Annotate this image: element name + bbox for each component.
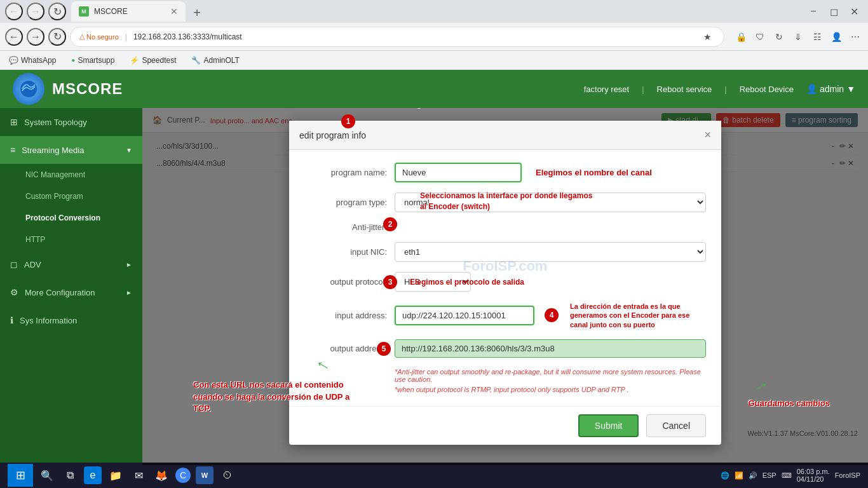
bookmark-speedtest-label: Speedtest [142, 56, 176, 65]
url-display: 192.168.203.136:3333/multicast [133, 32, 242, 41]
sidebar-item-more-config[interactable]: ⚙ More Configuration ► [0, 278, 142, 306]
step2-annotation-text: Seleccionamos la interface por donde lle… [420, 191, 598, 212]
bookmark-speedtest[interactable]: ⚡ Speedtest [126, 55, 180, 66]
taskbar-edge-icon[interactable]: e [84, 466, 102, 484]
program-name-input[interactable] [395, 163, 522, 182]
main-area: 🏠 Current P... Input proto... and AAC en… [142, 108, 868, 465]
shield-icon[interactable]: 🛡 [752, 29, 768, 44]
sidebar-sub-http[interactable]: HTTP [0, 229, 142, 250]
bookmark-whatsapp-label: WhatsApp [21, 56, 56, 65]
sidebar-item-sys-information[interactable]: ℹ Sys Information [0, 306, 142, 334]
sidebar-item-system-topology[interactable]: ⊞ System Topology [0, 108, 142, 136]
new-tab-button[interactable]: + [188, 4, 206, 22]
sys-info-icon: ℹ [10, 315, 13, 325]
input-address-input[interactable] [395, 306, 534, 325]
input-nic-select[interactable]: eth1 eth0 [395, 242, 706, 262]
taskbar-network-icon: 🌐 [721, 471, 729, 480]
active-tab[interactable]: M MSCORE ✕ [71, 1, 186, 22]
tab-favicon: M [79, 6, 89, 17]
taskbar-mail-icon[interactable]: ✉ [130, 466, 147, 484]
admin-menu[interactable]: 👤 admin ▼ [806, 84, 855, 94]
anti-jitter-note: *Anti-jitter can output smoothly and re-… [395, 368, 706, 383]
extensions-icon[interactable]: 🔒 [733, 29, 749, 44]
sidebar-sub-nic-management[interactable]: NIC Management [0, 164, 142, 186]
forward-button[interactable]: → [27, 3, 44, 20]
sidebar-label-more-config: More Configuration [25, 288, 95, 297]
sidebar-sub-protocol-conversion[interactable]: Protocol Conversion [0, 207, 142, 229]
url-input-box[interactable]: △ No seguro | 192.168.203.136:3333/multi… [70, 27, 724, 47]
cancel-button[interactable]: Cancel [646, 414, 706, 437]
bookmark-smartsupp[interactable]: ● Smartsupp [67, 55, 118, 66]
adv-icon: ◻ [10, 259, 18, 269]
taskbar-firefox-icon[interactable]: 🦊 [153, 466, 170, 484]
bookmarks-bar: 💬 WhatsApp ● Smartsupp ⚡ Speedtest 🔧 Adm… [0, 51, 868, 70]
bookmark-adminolt[interactable]: 🔧 AdminOLT [187, 55, 243, 66]
sidebar-item-streaming-media[interactable]: ≡ Streaming Media ▼ [0, 136, 142, 164]
step3-bubble: 3 [383, 275, 397, 289]
speedtest-icon: ⚡ [130, 56, 139, 65]
menu-icon[interactable]: ⋯ [848, 29, 863, 44]
address-bar: ← → ↻ △ No seguro | 192.168.203.136:3333… [0, 23, 868, 51]
input-address-row: input address: 4 La dirección de entrada… [304, 302, 706, 329]
sidebar-sub-custom-program[interactable]: Custom Program [0, 186, 142, 207]
sidebar: ⊞ System Topology ≡ Streaming Media ▼ NI… [0, 108, 142, 465]
output-address-wrapper: 5 [395, 339, 706, 358]
taskbar-word-icon[interactable]: W [196, 466, 214, 484]
taskbar-timer-icon[interactable]: ⏲ [219, 466, 236, 484]
app-wrapper: MSCORE factory reset | Reboot service | … [0, 70, 868, 465]
close-window-button[interactable]: ✕ [845, 3, 863, 20]
app-title: MSCORE [52, 80, 123, 98]
annotation1-right-text: Elegimos el nombre del canal [536, 168, 652, 177]
taskbar-search-icon[interactable]: 🔍 [38, 466, 56, 484]
forward-nav-button[interactable]: → [27, 28, 44, 46]
output-protocol-label: output protocol: [304, 277, 387, 287]
modal-body: program name: Elegimos el nombre del can… [289, 150, 721, 406]
taskbar-chrome-icon[interactable]: C [175, 468, 191, 483]
sidebar-item-adv[interactable]: ◻ ADV ► [0, 250, 142, 278]
taskbar-speaker-icon: 🔊 [749, 471, 757, 480]
taskbar: ⊞ 🔍 ⧉ e 📁 ✉ 🦊 C W ⏲ 🌐 📶 🔊 ESP ⌨ 06:03 p.… [0, 463, 868, 488]
adminolt-icon: 🔧 [191, 56, 201, 65]
reboot-device-button[interactable]: Reboot Device [740, 85, 794, 94]
apps-icon[interactable]: ☷ [810, 29, 825, 44]
taskbar-task-view-icon[interactable]: ⧉ [61, 466, 79, 484]
bookmark-whatsapp[interactable]: 💬 WhatsApp [5, 55, 60, 66]
taskbar-wifi-icon: 📶 [735, 471, 743, 480]
header-right: factory reset | Reboot service | Reboot … [584, 84, 855, 94]
window-controls: − ◻ ✕ [804, 3, 863, 20]
bookmark-star-icon[interactable]: ★ [700, 29, 715, 44]
step5-bubble: 5 [377, 342, 391, 356]
browser-toolbar-icons: 🔒 🛡 ↻ ⇓ ☷ 👤 ⋯ [733, 29, 863, 44]
taskbar-file-icon[interactable]: 📁 [107, 466, 125, 484]
reboot-service-button[interactable]: Reboot service [657, 85, 712, 94]
step2-bubble: 2 [383, 217, 397, 231]
reload-button[interactable]: ↻ [48, 3, 66, 20]
app-logo [13, 73, 44, 105]
profile-icon[interactable]: 👤 [829, 29, 844, 44]
back-button[interactable]: ← [5, 3, 23, 20]
program-name-row: program name: Elegimos el nombre del can… [304, 163, 706, 182]
reload-nav-button[interactable]: ↻ [48, 28, 66, 46]
sidebar-label-adv: ADV [24, 260, 41, 269]
guardamos-arrow-icon: → [748, 373, 773, 400]
back-nav-button[interactable]: ← [5, 28, 23, 46]
step4-annotation-text: La dirección de entrada es la que genera… [570, 302, 697, 329]
step5-annotation-outside: Con esta URL nos sacará el contenido cua… [193, 379, 358, 414]
refresh-icon[interactable]: ↻ [771, 29, 787, 44]
submit-button[interactable]: Submit [578, 414, 639, 437]
minimize-button[interactable]: − [804, 3, 822, 20]
factory-reset-button[interactable]: factory reset [584, 85, 630, 94]
modal-close-button[interactable]: × [704, 128, 711, 142]
bookmark-smartsupp-label: Smartsupp [78, 56, 114, 65]
output-address-input[interactable] [395, 339, 706, 358]
anti-jitter-row: Anti-jitter: 2 Seleccionamos la interfac… [304, 222, 706, 232]
program-name-label: program name: [304, 168, 387, 177]
streaming-chevron-icon: ▼ [126, 147, 132, 154]
maximize-button[interactable]: ◻ [825, 3, 843, 20]
input-address-label: input address: [304, 311, 387, 320]
download-icon[interactable]: ⇓ [790, 29, 806, 44]
start-button[interactable]: ⊞ [8, 464, 33, 487]
tab-close-button[interactable]: ✕ [170, 6, 178, 17]
program-type-label: program type: [304, 198, 387, 207]
bookmark-adminolt-label: AdminOLT [203, 56, 239, 65]
